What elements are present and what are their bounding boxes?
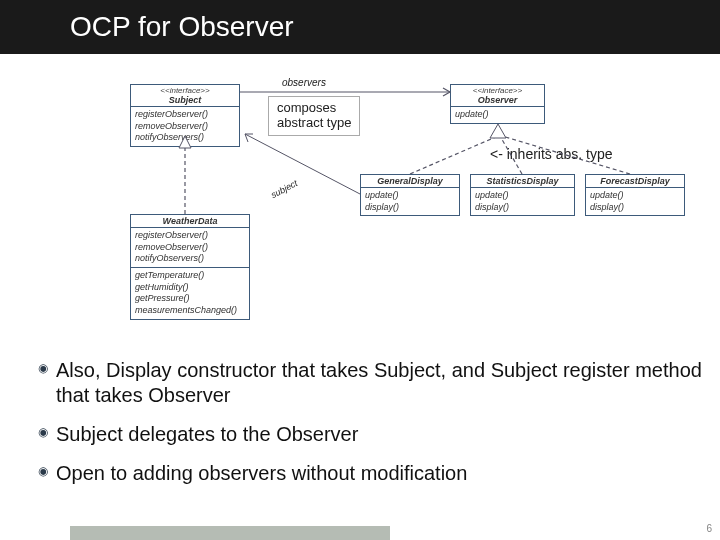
method: update() <box>365 190 455 202</box>
svg-marker-6 <box>490 124 506 138</box>
class-name: ForecastDisplay <box>590 176 680 186</box>
method: registerObserver() <box>135 230 245 242</box>
bullet-item: Open to adding observers without modific… <box>38 461 715 486</box>
slide-number: 6 <box>706 523 712 534</box>
class-header: WeatherData <box>131 215 249 228</box>
uml-subject-header: <<interface>> Subject <box>131 85 239 107</box>
uml-observer-header: <<interface>> Observer <box>451 85 544 107</box>
method: removeObserver() <box>135 242 245 254</box>
class-header: StatisticsDisplay <box>471 175 574 188</box>
uml-statistics-display: StatisticsDisplay update() display() <box>470 174 575 216</box>
label-inherits: <- inherits abs. type <box>490 146 613 162</box>
note-composes: composes abstract type <box>268 96 360 136</box>
class-name: WeatherData <box>135 216 245 226</box>
method: removeObserver() <box>135 121 235 133</box>
uml-subject-methods: registerObserver() removeObserver() noti… <box>131 107 239 146</box>
uml-general-display: GeneralDisplay update() display() <box>360 174 460 216</box>
title-bar: OCP for Observer <box>0 0 720 54</box>
svg-line-7 <box>245 134 360 194</box>
uml-observer-methods: update() <box>451 107 544 123</box>
method: registerObserver() <box>135 109 235 121</box>
label-observers: observers <box>282 77 326 88</box>
bullet-item: Also, Display constructor that takes Sub… <box>38 358 715 408</box>
svg-line-3 <box>410 136 498 174</box>
method: notifyObservers() <box>135 253 245 265</box>
uml-weatherdata: WeatherData registerObserver() removeObs… <box>130 214 250 320</box>
method: getTemperature() <box>135 270 245 282</box>
method: update() <box>475 190 570 202</box>
stereotype: <<interface>> <box>455 86 540 95</box>
methods-group-1: registerObserver() removeObserver() noti… <box>131 228 249 267</box>
bullet-item: Subject delegates to the Observer <box>38 422 715 447</box>
uml-forecast-display: ForecastDisplay update() display() <box>585 174 685 216</box>
methods: update() display() <box>586 188 684 215</box>
class-name: Observer <box>455 95 540 105</box>
class-header: ForecastDisplay <box>586 175 684 188</box>
method: update() <box>590 190 680 202</box>
class-name: Subject <box>135 95 235 105</box>
footer-accent <box>70 526 390 540</box>
label-subject: subject <box>269 178 299 200</box>
method: notifyObservers() <box>135 132 235 144</box>
uml-diagram: <<interface>> Subject registerObserver()… <box>0 54 720 374</box>
method: display() <box>365 202 455 214</box>
methods: update() display() <box>471 188 574 215</box>
slide-title: OCP for Observer <box>70 11 294 43</box>
method: getHumidity() <box>135 282 245 294</box>
method: update() <box>455 109 540 121</box>
method: display() <box>475 202 570 214</box>
class-name: GeneralDisplay <box>365 176 455 186</box>
bullet-list: Also, Display constructor that takes Sub… <box>38 358 715 500</box>
method: measurementsChanged() <box>135 305 245 317</box>
methods-group-2: getTemperature() getHumidity() getPressu… <box>131 267 249 319</box>
stereotype: <<interface>> <box>135 86 235 95</box>
class-name: StatisticsDisplay <box>475 176 570 186</box>
method: display() <box>590 202 680 214</box>
uml-subject: <<interface>> Subject registerObserver()… <box>130 84 240 147</box>
method: getPressure() <box>135 293 245 305</box>
class-header: GeneralDisplay <box>361 175 459 188</box>
uml-observer: <<interface>> Observer update() <box>450 84 545 124</box>
methods: update() display() <box>361 188 459 215</box>
